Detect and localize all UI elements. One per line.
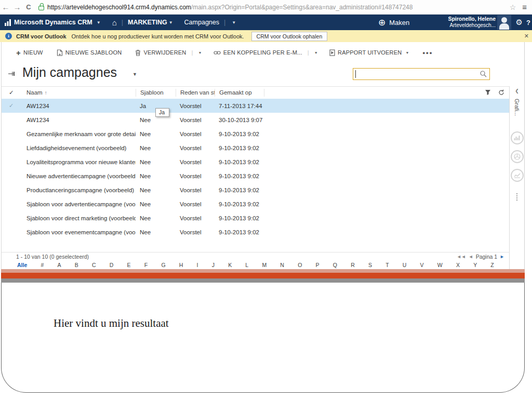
home-icon[interactable]: ⌂	[112, 18, 117, 27]
search-input[interactable]	[353, 68, 490, 80]
email-link-button[interactable]: EEN KOPPELING PER E-M...	[214, 49, 302, 56]
table-row[interactable]: ✓ Sjabloon voor direct marketing (voorbe…	[2, 211, 510, 225]
alpha-filter-m[interactable]: M	[262, 262, 267, 268]
create-button[interactable]: ⊕ Maken	[378, 18, 409, 27]
cell-naam[interactable]: Sjabloon voor evenementcampagne (voorbee…	[22, 229, 136, 235]
column-header-sjabloon[interactable]: Sjabloon	[136, 89, 176, 97]
pie-chart-icon[interactable]	[511, 150, 524, 163]
column-header-reden[interactable]: Reden van stat...	[176, 89, 215, 97]
cell-naam[interactable]: AW1234	[22, 117, 136, 123]
alpha-filter-x[interactable]: X	[456, 262, 460, 268]
alpha-filter-k[interactable]: K	[228, 262, 232, 268]
cell-reden: Voorstel	[176, 131, 215, 137]
alpha-filter-f[interactable]: F	[144, 262, 148, 268]
alpha-filter-n[interactable]: N	[280, 262, 284, 268]
new-template-button[interactable]: NIEUWE SJABLOON	[57, 49, 122, 56]
alpha-filter-h[interactable]: H	[179, 262, 183, 268]
forward-icon[interactable]: →	[11, 3, 23, 11]
avatar[interactable]	[497, 15, 511, 30]
alpha-filter-c[interactable]: C	[92, 262, 96, 268]
table-row[interactable]: ✓ Sjabloon voor advertentiecampagne (voo…	[2, 197, 510, 211]
alpha-filter-d[interactable]: D	[110, 262, 114, 268]
next-page-icon[interactable]: ►	[500, 254, 504, 259]
alpha-filter-j[interactable]: J	[212, 262, 215, 268]
panel-collapse-chevron-icon[interactable]: ❮	[510, 86, 524, 94]
cell-naam[interactable]: Sjabloon voor direct marketing (voorbeel…	[22, 215, 136, 221]
table-row[interactable]: ✓ Productlanceringscampagne (voorbeeld) …	[2, 183, 510, 197]
https-padlock-icon[interactable]	[38, 6, 44, 10]
close-icon[interactable]: ✕	[524, 33, 529, 39]
previous-page-icon[interactable]: ◄	[469, 254, 473, 259]
table-row[interactable]: ✓ Liefdadigheidsevenement (voorbeeld) Ne…	[2, 141, 510, 155]
dynamics-logo-menu[interactable]: Microsoft Dynamics CRM ▼	[4, 19, 101, 26]
browser-menu-icon[interactable]: ≡	[520, 3, 532, 11]
alpha-filter-b[interactable]: B	[75, 262, 78, 268]
row-checkmark: ✓	[9, 102, 14, 109]
cell-sjabloon: Nee	[136, 117, 176, 123]
alpha-filter-w[interactable]: W	[437, 262, 443, 268]
table-row[interactable]: ✓ Loyaliteitsprogramma voor nieuwe klant…	[2, 155, 510, 169]
bar-chart-icon[interactable]	[511, 131, 524, 144]
alpha-filter-y[interactable]: Y	[473, 262, 477, 268]
email-link-dropdown-icon[interactable]: ▼	[314, 51, 318, 55]
alpha-filter-a[interactable]: A	[58, 262, 61, 268]
alpha-filter-i[interactable]: I	[197, 262, 198, 268]
search-icon[interactable]	[480, 70, 487, 80]
more-commands-button[interactable]: •••	[423, 49, 433, 57]
first-page-icon[interactable]: ◄◄	[457, 254, 466, 259]
select-all-checkmark[interactable]: ✓	[2, 89, 22, 97]
column-header-gemaakt[interactable]: Gemaakt op	[215, 89, 264, 97]
cell-naam[interactable]: Nieuwe advertentiecampagne (voorbeeld)	[22, 173, 136, 179]
back-icon[interactable]: ←	[0, 3, 11, 11]
user-menu[interactable]: Spironello, Helene Arteveldehogesch...	[448, 16, 496, 29]
help-button[interactable]: ?	[526, 19, 530, 26]
url-text[interactable]: https://arteveldehogeschool914.crm4.dyna…	[47, 4, 413, 11]
table-row[interactable]: ✓ Nieuwe advertentiecampagne (voorbeeld)…	[2, 169, 510, 183]
alpha-filter-r[interactable]: R	[351, 262, 355, 268]
table-row[interactable]: ✓ AW1234 Ja Voorstel 7-11-2013 17:44	[2, 99, 510, 113]
cell-naam[interactable]: AW1234	[22, 103, 136, 109]
cell-naam[interactable]: Loyaliteitsprogramma voor nieuwe klanten…	[22, 159, 136, 165]
view-selector-chevron-icon[interactable]: ▼	[132, 72, 137, 77]
nav-item-campagnes[interactable]: Campagnes | ▼	[184, 19, 236, 26]
bookmark-star-icon[interactable]: ☆	[506, 3, 521, 11]
filter-icon[interactable]	[485, 89, 491, 97]
text-cursor	[355, 70, 356, 78]
alpha-filter-p[interactable]: P	[316, 262, 320, 268]
cell-naam[interactable]: Liefdadigheidsevenement (voorbeeld)	[22, 145, 136, 151]
alpha-filter-l[interactable]: L	[245, 262, 248, 268]
get-crm-outlook-button[interactable]: CRM voor Outlook ophalen	[251, 32, 328, 41]
column-header-naam[interactable]: Naam↑	[22, 89, 136, 97]
cell-naam[interactable]: Sjabloon voor advertentiecampagne (voorb…	[22, 201, 136, 207]
alpha-filter-u[interactable]: U	[403, 262, 407, 268]
nav-item-marketing[interactable]: MARKETING▼	[128, 19, 173, 26]
alpha-filter-t[interactable]: T	[385, 262, 389, 268]
alpha-filter-v[interactable]: V	[420, 262, 424, 268]
table-row[interactable]: ✓ Gezamenlijke merknaam voor grote detai…	[2, 127, 510, 141]
table-row[interactable]: ✓ Sjabloon voor evenementcampagne (voorb…	[2, 225, 510, 239]
run-report-button[interactable]: RAPPORT UITVOEREN ▼	[329, 49, 409, 56]
page-title[interactable]: Mijn campagnes	[22, 65, 117, 80]
alpha-filter-z[interactable]: Z	[490, 262, 494, 268]
cell-naam[interactable]: Productlanceringscampagne (voorbeeld)	[22, 187, 136, 193]
gear-icon[interactable]: ⚙	[516, 18, 523, 27]
table-row[interactable]: ✓ AW1234 Nee Voorstel 30-10-2013 9:07	[2, 113, 510, 127]
cell-gemaakt: 9-10-2013 9:02	[215, 173, 264, 179]
alpha-filter-s[interactable]: S	[368, 262, 372, 268]
alpha-filter-#[interactable]: #	[41, 262, 44, 268]
delete-button[interactable]: VERWIJDEREN	[135, 49, 186, 56]
alpha-filter-o[interactable]: O	[298, 262, 302, 268]
pin-view-icon[interactable]	[8, 70, 16, 79]
cell-naam[interactable]: Gezamenlijke merknaam voor grote detailh…	[22, 131, 136, 137]
line-chart-icon[interactable]	[511, 169, 524, 182]
new-button[interactable]: + NIEUW	[16, 48, 43, 57]
alpha-filter-e[interactable]: E	[127, 262, 131, 268]
refresh-icon[interactable]	[498, 89, 504, 97]
panel-drag-handle[interactable]	[516, 193, 517, 201]
alpha-filter-g[interactable]: G	[161, 262, 165, 268]
charts-panel-label[interactable]: Grafi...	[514, 99, 520, 126]
delete-dropdown-icon[interactable]: ▼	[198, 51, 202, 55]
reload-icon[interactable]: C	[23, 3, 34, 11]
alpha-filter-alle[interactable]: Alle	[17, 262, 27, 268]
alpha-filter-q[interactable]: Q	[333, 262, 337, 268]
